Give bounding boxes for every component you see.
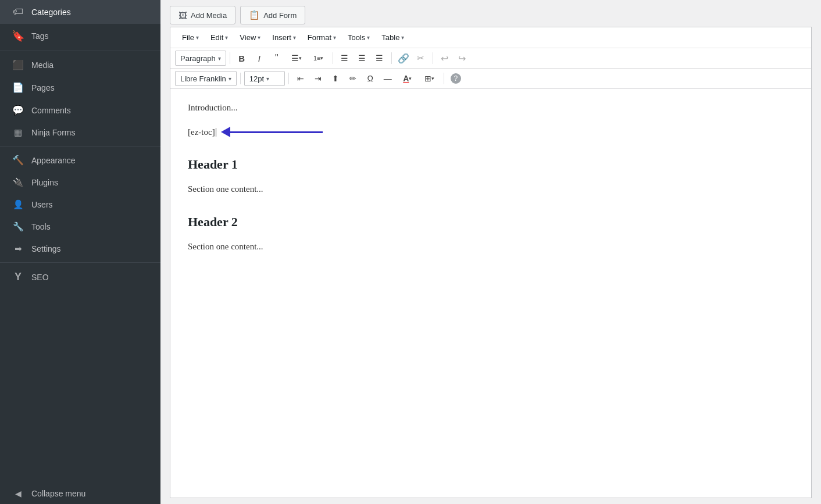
size-select[interactable]: 12pt ▾ xyxy=(244,71,285,86)
menu-format-arrow: ▾ xyxy=(333,34,336,41)
ordered-list-arrow: ▾ xyxy=(320,55,323,61)
plugins-icon: 🔌 xyxy=(12,177,24,188)
section2-content: Section one content... xyxy=(188,240,794,255)
align-right-button[interactable]: ☰ xyxy=(372,51,388,66)
menu-edit[interactable]: Edit ▾ xyxy=(205,31,234,44)
paragraph-select[interactable]: Paragraph ▾ xyxy=(175,51,226,66)
indent-increase-button[interactable]: ⇥ xyxy=(310,71,326,86)
sidebar-item-collapse[interactable]: ◀ Collapse menu xyxy=(0,483,160,504)
upload-button[interactable]: ⬆ xyxy=(327,71,344,86)
menu-tools[interactable]: Tools ▾ xyxy=(342,31,376,44)
intro-paragraph: Introduction... xyxy=(188,101,794,116)
font-color-button[interactable]: A ▾ xyxy=(397,71,418,86)
add-media-button[interactable]: 🖼 Add Media xyxy=(170,6,235,24)
sidebar-item-tools[interactable]: 🔧 Tools xyxy=(0,216,160,238)
hr-icon: — xyxy=(384,74,392,83)
sidebar-item-label: Plugins xyxy=(31,178,58,187)
align-left-button[interactable]: ☰ xyxy=(337,51,353,66)
sidebar-divider xyxy=(0,51,160,51)
arrow-annotation xyxy=(221,127,323,137)
upload-icon: ⬆ xyxy=(332,74,339,83)
menu-format[interactable]: Format ▾ xyxy=(302,31,342,44)
bold-icon: B xyxy=(238,53,245,63)
sidebar-item-label: Ninja Forms xyxy=(31,128,75,137)
indent-decrease-icon: ⇤ xyxy=(297,74,304,83)
blockquote-icon: " xyxy=(275,53,279,63)
sidebar-item-tags[interactable]: 🔖 Tags xyxy=(0,24,160,48)
menu-tools-label: Tools xyxy=(348,33,365,42)
sidebar-item-comments[interactable]: 💬 Comments xyxy=(0,99,160,121)
table-button[interactable]: ⊞ ▾ xyxy=(419,71,440,86)
omega-button[interactable]: Ω xyxy=(362,71,379,86)
sidebar-item-media[interactable]: ⬛ Media xyxy=(0,53,160,76)
align-right-icon: ☰ xyxy=(376,53,383,63)
sidebar-item-categories[interactable]: 🏷 Categories xyxy=(0,0,160,24)
toolbar-divider xyxy=(433,52,433,64)
menu-insert-arrow: ▾ xyxy=(293,34,296,41)
editor-body[interactable]: Introduction... [ez-toc] Header 1 Sectio… xyxy=(170,89,811,498)
settings-icon: ⬆ xyxy=(13,242,23,255)
align-center-button[interactable]: ☰ xyxy=(354,51,370,66)
sidebar-item-settings[interactable]: ⬆ Settings xyxy=(0,238,160,260)
help-button[interactable]: ? xyxy=(448,71,464,86)
sidebar-item-label: Tools xyxy=(31,222,51,231)
unlink-button[interactable]: ✂ xyxy=(413,51,429,66)
header1: Header 1 xyxy=(188,153,794,175)
redo-button[interactable]: ↪ xyxy=(454,51,470,66)
italic-button[interactable]: I xyxy=(251,51,267,66)
eraser-button[interactable]: ✏ xyxy=(345,71,361,86)
unordered-list-arrow: ▾ xyxy=(299,55,302,61)
hr-button[interactable]: — xyxy=(380,71,396,86)
sidebar-item-pages[interactable]: 📄 Pages xyxy=(0,76,160,99)
add-form-button[interactable]: 📋 Add Form xyxy=(240,6,305,24)
undo-button[interactable]: ↩ xyxy=(437,51,453,66)
indent-increase-icon: ⇥ xyxy=(315,74,322,83)
menu-file-label: File xyxy=(182,33,194,42)
undo-icon: ↩ xyxy=(441,53,448,64)
sidebar-item-label: Media xyxy=(31,60,53,70)
bold-button[interactable]: B xyxy=(234,51,250,66)
table-icon: ⊞ xyxy=(424,74,431,83)
sidebar-item-appearance[interactable]: 🔨 Appearance xyxy=(0,149,160,171)
indent-decrease-button[interactable]: ⇤ xyxy=(292,71,309,86)
menu-insert[interactable]: Insert ▾ xyxy=(266,31,302,44)
menu-insert-label: Insert xyxy=(272,33,291,42)
menu-file-arrow: ▾ xyxy=(196,34,199,41)
menu-file[interactable]: File ▾ xyxy=(176,31,205,44)
sidebar-item-seo[interactable]: Y SEO xyxy=(0,265,160,289)
ninja-forms-icon: ▦ xyxy=(12,127,24,138)
sidebar-item-label: SEO xyxy=(31,273,49,282)
omega-icon: Ω xyxy=(367,74,373,83)
sidebar-item-users[interactable]: 👤 Users xyxy=(0,194,160,216)
unlink-icon: ✂ xyxy=(417,53,424,63)
toolbar-divider xyxy=(240,73,241,84)
shortcode-line: [ez-toc] xyxy=(188,125,794,140)
font-select-label: Libre Franklin xyxy=(180,74,226,83)
unordered-list-button[interactable]: ☰ ▾ xyxy=(286,51,307,66)
sidebar-item-plugins[interactable]: 🔌 Plugins xyxy=(0,171,160,194)
add-form-icon: 📋 xyxy=(249,10,260,20)
menu-view-arrow: ▾ xyxy=(258,34,260,41)
font-select[interactable]: Libre Franklin ▾ xyxy=(175,71,237,86)
toolbar-divider xyxy=(333,52,333,64)
ordered-list-button[interactable]: 1≡ ▾ xyxy=(308,51,329,66)
sidebar-divider xyxy=(0,262,160,263)
editor-wrapper: 🖼 Add Media 📋 Add Form File ▾ Edit ▾ xyxy=(160,0,821,504)
ordered-list-icon: 1≡ xyxy=(313,55,321,62)
blockquote-button[interactable]: " xyxy=(269,51,285,66)
add-form-label: Add Form xyxy=(263,11,297,20)
menu-table[interactable]: Table ▾ xyxy=(376,31,410,44)
menubar: File ▾ Edit ▾ View ▾ Insert ▾ Format ▾ xyxy=(170,27,811,48)
link-button[interactable]: 🔗 xyxy=(395,51,412,66)
eraser-icon: ✏ xyxy=(349,74,356,83)
sidebar-item-label: Tags xyxy=(31,31,49,41)
menu-edit-arrow: ▾ xyxy=(225,34,228,41)
seo-icon: Y xyxy=(12,271,24,283)
sidebar-item-label: Settings xyxy=(31,244,61,253)
menu-view[interactable]: View ▾ xyxy=(234,31,266,44)
menu-edit-label: Edit xyxy=(210,33,223,42)
pages-icon: 📄 xyxy=(12,82,24,93)
sidebar-item-ninja-forms[interactable]: ▦ Ninja Forms xyxy=(0,121,160,144)
link-icon: 🔗 xyxy=(398,53,409,64)
menu-format-label: Format xyxy=(308,33,331,42)
